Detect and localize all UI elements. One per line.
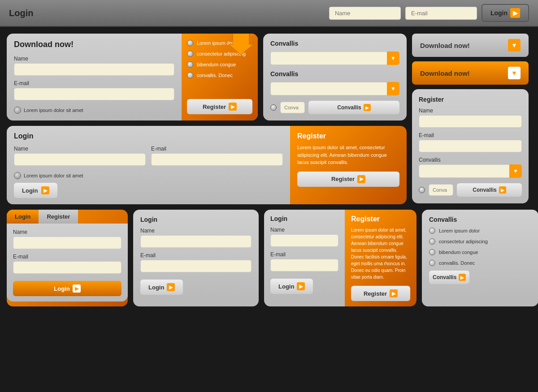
- convallis-title1: Convallis: [270, 40, 399, 47]
- split-email-input[interactable]: [270, 259, 338, 271]
- login-email-col: E-mail: [151, 146, 283, 170]
- convallis-list-arrow-icon: ▶: [459, 274, 466, 281]
- simple-login-title: Login: [140, 216, 252, 223]
- split-register-button[interactable]: Register ▶: [351, 286, 410, 301]
- split-register-title: Register: [351, 215, 410, 223]
- register-right-card: Register Name E-mail Convallis ▼ Convall…: [412, 89, 529, 203]
- split-name-input[interactable]: [270, 234, 338, 247]
- list-item: bibendum congue: [429, 249, 531, 255]
- register-text: Lorem ipsum dolor sit amet, consectetur …: [297, 144, 399, 166]
- tab-register[interactable]: Register: [39, 210, 78, 224]
- radio-dot[interactable]: [429, 249, 435, 255]
- login-name-input[interactable]: [14, 153, 146, 166]
- radio-dot[interactable]: [187, 61, 193, 68]
- list-item-label: convallis. Donec: [439, 260, 475, 266]
- register-email-label: E-mail: [419, 132, 522, 138]
- split-login-button[interactable]: Login ▶: [270, 279, 313, 294]
- name-input[interactable]: [14, 63, 174, 76]
- login-name-label: Name: [14, 146, 146, 152]
- tab-name-label: Name: [13, 229, 121, 235]
- register-name-input[interactable]: [419, 115, 522, 128]
- register-radio-dot[interactable]: [419, 187, 425, 193]
- nav-name-input[interactable]: [329, 7, 401, 20]
- register-submit-button[interactable]: Register ▶: [297, 172, 399, 187]
- radio-label: Lorem ipsum dolor sit amet: [24, 108, 83, 113]
- select-input-2[interactable]: [270, 82, 399, 95]
- login-radio-btn[interactable]: [14, 172, 21, 179]
- register-button[interactable]: Register ▶: [187, 99, 252, 114]
- main-content: Download now! Name E-mail Lorem ipsum do…: [0, 27, 538, 313]
- split-login-label: Login: [278, 283, 294, 290]
- register-conva-input[interactable]: [429, 184, 453, 196]
- tab-login-button[interactable]: Login ▶: [13, 281, 121, 296]
- radio-dot[interactable]: [187, 51, 193, 57]
- download-gray-arrow-icon: ▼: [508, 39, 521, 52]
- register-submit-label: Register: [331, 176, 355, 182]
- simple-email-label: E-mail: [140, 252, 252, 258]
- split-email-label: E-mail: [270, 251, 338, 258]
- radio-dot-convallis[interactable]: [270, 104, 277, 111]
- nav-inputs: Login ▶: [329, 4, 529, 22]
- list-item: bibendum congue: [187, 61, 252, 68]
- register-select-arrow-icon[interactable]: ▼: [509, 164, 522, 178]
- login-submit-button[interactable]: Login ▶: [14, 183, 57, 198]
- login-email-label: E-mail: [151, 146, 283, 152]
- simple-email-input[interactable]: [140, 260, 252, 272]
- convallis-list-button[interactable]: Convallis ▶: [429, 271, 469, 284]
- tab-name-input[interactable]: [13, 237, 121, 249]
- svg-marker-0: [229, 34, 253, 55]
- download-now-orange-button[interactable]: Download now! ▼: [412, 61, 529, 85]
- simple-login-button[interactable]: Login ▶: [140, 280, 183, 295]
- tab-login[interactable]: Login: [7, 210, 39, 224]
- register-select-input[interactable]: [419, 164, 522, 178]
- download-now-gray-button[interactable]: Download now! ▼: [412, 34, 529, 57]
- conva-input[interactable]: [280, 102, 305, 113]
- download-gray-label: Download now!: [420, 42, 470, 49]
- register-email-input[interactable]: [419, 140, 522, 152]
- nav-email-input[interactable]: [405, 7, 477, 20]
- radio-dot[interactable]: [429, 238, 435, 245]
- list-item-label: consectetur adipiscing: [439, 239, 488, 244]
- email-input[interactable]: [14, 88, 174, 100]
- split-login-title: Login: [270, 215, 338, 222]
- nav-login-button[interactable]: Login ▶: [482, 4, 529, 22]
- register-name-label: Name: [419, 108, 522, 114]
- convallis-list-title: Convallis: [429, 216, 531, 223]
- radio-dot[interactable]: [429, 260, 435, 266]
- tab-email-input[interactable]: [13, 261, 121, 274]
- register-convallis-button[interactable]: Convallis ▶: [457, 183, 522, 197]
- top-navbar: Login Login ▶: [0, 0, 538, 27]
- split-register: Register Lorem ipsum dolor sit amet, con…: [345, 210, 417, 306]
- radio-button[interactable]: [14, 107, 21, 114]
- convallis-button[interactable]: Convallis ▶: [308, 101, 399, 114]
- split-register-arrow-icon: ▶: [390, 289, 398, 297]
- login-name-col: Name: [14, 146, 146, 170]
- convallis-list-btn-label: Convallis: [433, 274, 456, 280]
- list-item-label: Lorem ipsum dolor: [439, 228, 480, 233]
- radio-dot[interactable]: [429, 228, 435, 234]
- register-title: Register: [297, 132, 399, 140]
- download-orange-arrow-icon: ▼: [508, 67, 521, 79]
- simple-login-arrow-icon: ▶: [167, 283, 175, 291]
- list-item-label: bibendum congue: [439, 250, 478, 255]
- list-item-label: convallis. Donec: [197, 73, 233, 78]
- login-radio-label: Lorem ipsum dolor sit amet: [24, 173, 83, 178]
- tab-header: Login Register: [7, 210, 128, 224]
- convallis-title2: Convallis: [270, 70, 399, 78]
- select-arrow-2-icon[interactable]: ▼: [387, 82, 399, 95]
- email-label: E-mail: [14, 80, 174, 86]
- select-input-1[interactable]: [270, 52, 399, 65]
- row3: Login Register Name E-mail Login ▶ Login…: [7, 210, 529, 306]
- tab-email-label: E-mail: [13, 254, 121, 260]
- split-register-label: Register: [364, 290, 387, 297]
- simple-name-input[interactable]: [140, 235, 252, 248]
- login-email-input[interactable]: [151, 153, 283, 166]
- nav-login-arrow-icon: ▶: [510, 8, 520, 18]
- radio-dot[interactable]: [187, 40, 193, 46]
- tab-login-label: Login: [54, 285, 69, 292]
- register-arrow-icon: ▶: [229, 103, 237, 111]
- radio-dot[interactable]: [187, 72, 193, 78]
- select-arrow-1-icon[interactable]: ▼: [387, 52, 399, 65]
- convallis-bottom: Convallis ▶: [270, 101, 399, 114]
- simple-login-label: Login: [148, 284, 164, 291]
